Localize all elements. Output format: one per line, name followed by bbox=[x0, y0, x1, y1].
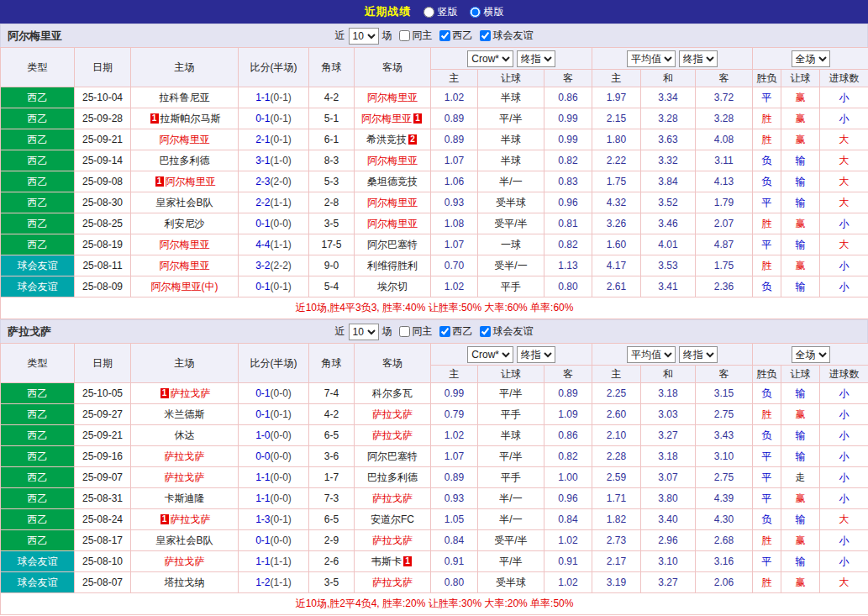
league-checkbox[interactable] bbox=[439, 30, 450, 41]
team-link[interactable]: 阿尔梅里亚 bbox=[367, 155, 418, 166]
friendly-checkbox[interactable] bbox=[480, 30, 491, 41]
fulltime-select[interactable]: 全场 bbox=[792, 346, 830, 363]
league-checkbox[interactable] bbox=[439, 326, 450, 337]
away-team-cell[interactable]: 阿尔梅里亚 bbox=[355, 192, 431, 213]
team-link[interactable]: 萨拉戈萨 bbox=[165, 471, 205, 483]
score-cell[interactable]: 0-1(0-0) bbox=[239, 383, 309, 404]
score-cell[interactable]: 1-1(1-1) bbox=[239, 551, 309, 572]
score-cell[interactable]: 1-2(1-1) bbox=[239, 572, 309, 593]
score-cell[interactable]: 1-1(0-0) bbox=[239, 488, 309, 509]
away-team-cell[interactable]: 阿尔梅里亚 bbox=[355, 87, 431, 108]
home-team-cell[interactable]: 卡斯迪隆 bbox=[131, 488, 239, 509]
team-link[interactable]: 萨拉戈萨 bbox=[372, 534, 413, 546]
away-team-cell[interactable]: 萨拉戈萨 bbox=[355, 530, 431, 551]
away-team-cell[interactable]: 萨拉戈萨 bbox=[355, 404, 431, 425]
team-link[interactable]: 萨拉戈萨 bbox=[372, 408, 413, 420]
team-link[interactable]: 萨拉戈萨 bbox=[165, 555, 205, 567]
league-option[interactable]: 西乙 bbox=[436, 29, 473, 43]
score-cell[interactable]: 0-0(0-0) bbox=[239, 446, 309, 467]
score-cell[interactable]: 2-1(0-1) bbox=[239, 129, 309, 150]
fulltime-select[interactable]: 全场 bbox=[792, 50, 830, 67]
team-link[interactable]: 希洪竞技 bbox=[366, 134, 407, 145]
home-team-cell[interactable]: 皇家社会B队 bbox=[131, 530, 239, 551]
final-average-select[interactable]: 终指 bbox=[679, 346, 718, 363]
away-team-cell[interactable]: 萨拉戈萨 bbox=[355, 425, 431, 446]
team-link[interactable]: 萨拉戈萨 bbox=[372, 577, 413, 588]
team-link[interactable]: 巴拉多利德 bbox=[367, 471, 418, 483]
layout-vertical-option[interactable]: 竖版 bbox=[423, 5, 458, 19]
friendly-checkbox[interactable] bbox=[480, 326, 491, 337]
score-cell[interactable]: 0-1(0-0) bbox=[239, 530, 309, 551]
league-option[interactable]: 西乙 bbox=[436, 324, 473, 339]
team-link[interactable]: 萨拉戈萨 bbox=[372, 429, 413, 441]
team-link[interactable]: 阿尔梅里亚 bbox=[160, 239, 210, 250]
home-team-cell[interactable]: 阿尔梅里亚(中) bbox=[131, 276, 239, 297]
away-team-cell[interactable]: 阿尔梅里亚1 bbox=[355, 108, 431, 129]
final-average-select[interactable]: 终指 bbox=[679, 50, 718, 67]
team-link[interactable]: 科尔多瓦 bbox=[372, 387, 413, 399]
team-link[interactable]: 皇家社会B队 bbox=[155, 197, 213, 208]
home-team-cell[interactable]: 萨拉戈萨 bbox=[131, 467, 239, 488]
team-link[interactable]: 阿尔梅里亚(中) bbox=[151, 281, 218, 292]
home-team-cell[interactable]: 阿尔梅里亚 bbox=[131, 255, 239, 276]
team-link[interactable]: 阿尔梅里亚 bbox=[367, 92, 418, 103]
team-link[interactable]: 阿尔梅里亚 bbox=[367, 218, 418, 229]
team-link[interactable]: 萨拉戈萨 bbox=[372, 492, 413, 504]
home-team-cell[interactable]: 1拉斯帕尔马斯 bbox=[131, 108, 239, 129]
home-team-cell[interactable]: 休达 bbox=[131, 425, 239, 446]
away-team-cell[interactable]: 阿尔巴塞特 bbox=[355, 446, 431, 467]
team-link[interactable]: 塔拉戈纳 bbox=[165, 577, 205, 588]
home-team-cell[interactable]: 阿尔梅里亚 bbox=[131, 234, 239, 255]
away-team-cell[interactable]: 阿尔巴塞特 bbox=[355, 234, 431, 255]
same-home-option[interactable]: 同主 bbox=[396, 29, 433, 43]
team-link[interactable]: 皇家社会B队 bbox=[155, 534, 213, 546]
average-odds-select[interactable]: 平均值 bbox=[627, 50, 676, 67]
score-cell[interactable]: 1-1(0-0) bbox=[239, 467, 309, 488]
score-cell[interactable]: 0-1(0-1) bbox=[239, 276, 309, 297]
score-cell[interactable]: 1-3(0-1) bbox=[239, 509, 309, 530]
odds-source-select[interactable]: Crow* bbox=[467, 346, 513, 363]
away-team-cell[interactable]: 桑坦德竞技 bbox=[355, 171, 431, 192]
home-team-cell[interactable]: 米兰德斯 bbox=[131, 404, 239, 425]
home-team-cell[interactable]: 1萨拉戈萨 bbox=[131, 383, 239, 404]
friendly-option[interactable]: 球会友谊 bbox=[476, 29, 534, 43]
team-link[interactable]: 卡斯迪隆 bbox=[165, 492, 205, 504]
score-cell[interactable]: 1-1(0-1) bbox=[239, 87, 309, 108]
score-cell[interactable]: 0-1(0-0) bbox=[239, 213, 309, 234]
team-link[interactable]: 阿尔梅里亚 bbox=[367, 197, 418, 208]
team-link[interactable]: 桑坦德竞技 bbox=[367, 176, 418, 187]
team-link[interactable]: 米兰德斯 bbox=[165, 408, 205, 420]
same-home-option[interactable]: 同主 bbox=[396, 324, 433, 339]
team-link[interactable]: 利维得胜利 bbox=[367, 260, 418, 271]
home-team-cell[interactable]: 1阿尔梅里亚 bbox=[131, 171, 239, 192]
away-team-cell[interactable]: 萨拉戈萨 bbox=[355, 572, 431, 593]
odds-source-select[interactable]: Crow* bbox=[467, 50, 513, 67]
team-link[interactable]: 巴拉多利德 bbox=[160, 155, 210, 166]
away-team-cell[interactable]: 韦斯卡1 bbox=[355, 551, 431, 572]
layout-vertical-radio[interactable] bbox=[423, 7, 434, 18]
final-odds-select[interactable]: 终指 bbox=[517, 346, 555, 363]
team-link[interactable]: 韦斯卡 bbox=[371, 555, 402, 567]
home-team-cell[interactable]: 拉科鲁尼亚 bbox=[131, 87, 239, 108]
team-link[interactable]: 埃尔切 bbox=[377, 281, 408, 292]
same-home-checkbox[interactable] bbox=[399, 30, 410, 41]
home-team-cell[interactable]: 利安尼沙 bbox=[131, 213, 239, 234]
team-link[interactable]: 萨拉戈萨 bbox=[171, 387, 211, 399]
final-odds-select[interactable]: 终指 bbox=[517, 50, 555, 67]
match-count-select[interactable]: 10 bbox=[349, 324, 379, 340]
home-team-cell[interactable]: 萨拉戈萨 bbox=[131, 446, 239, 467]
score-cell[interactable]: 0-1(0-1) bbox=[239, 108, 309, 129]
score-cell[interactable]: 4-4(1-1) bbox=[239, 234, 309, 255]
score-cell[interactable]: 0-1(0-1) bbox=[239, 404, 309, 425]
team-link[interactable]: 拉斯帕尔马斯 bbox=[160, 113, 221, 124]
home-team-cell[interactable]: 1萨拉戈萨 bbox=[131, 509, 239, 530]
layout-horizontal-option[interactable]: 横版 bbox=[470, 5, 504, 19]
home-team-cell[interactable]: 萨拉戈萨 bbox=[131, 551, 239, 572]
team-link[interactable]: 阿尔梅里亚 bbox=[160, 134, 210, 145]
away-team-cell[interactable]: 希洪竞技2 bbox=[355, 129, 431, 150]
team-link[interactable]: 休达 bbox=[175, 429, 195, 441]
score-cell[interactable]: 3-1(1-0) bbox=[239, 150, 309, 171]
score-cell[interactable]: 2-3(2-0) bbox=[239, 171, 309, 192]
away-team-cell[interactable]: 萨拉戈萨 bbox=[355, 488, 431, 509]
match-count-select[interactable]: 10 bbox=[349, 28, 379, 45]
